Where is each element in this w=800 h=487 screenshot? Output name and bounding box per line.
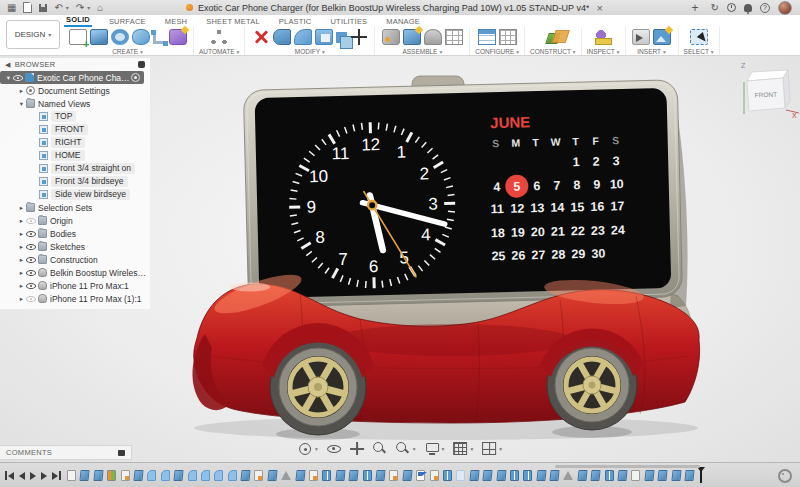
view-cube[interactable]: FRONT Z X: [741, 62, 799, 119]
timeline-feature-sketch-edit[interactable]: [430, 470, 439, 481]
form-icon[interactable]: [132, 29, 150, 45]
redo-caret-icon[interactable]: ▾: [87, 4, 90, 11]
browser-item-front-3-4-straight-on[interactable]: Front 3/4 straight on: [0, 162, 150, 175]
timeline-position-marker[interactable]: [700, 468, 702, 483]
joint-icon[interactable]: [382, 29, 400, 45]
tab-solid[interactable]: SOLID: [64, 14, 92, 27]
viewports-caret-icon[interactable]: ▾: [499, 446, 502, 452]
tab-plastic[interactable]: PLASTIC: [277, 16, 314, 27]
visibility-eye-icon[interactable]: [26, 242, 37, 251]
timeline-feature-sketch-edit[interactable]: [309, 470, 318, 481]
shell-icon[interactable]: [315, 29, 333, 45]
group-label-create[interactable]: CREATE▾: [112, 48, 143, 55]
comments-icon[interactable]: [118, 450, 125, 456]
timeline-feature-sketch-edit[interactable]: [389, 470, 398, 481]
decal-icon[interactable]: [653, 29, 671, 45]
group-label-construct[interactable]: CONSTRUCT▾: [530, 48, 576, 55]
timeline-feature-extrude[interactable]: [577, 470, 587, 481]
browser-item-front-3-4-birdseye[interactable]: Front 3/4 birdseye: [0, 175, 150, 188]
fillet-icon[interactable]: [294, 29, 312, 45]
browser-options-icon[interactable]: [138, 61, 145, 68]
press-pull-icon[interactable]: [273, 29, 291, 45]
fit-caret-icon[interactable]: ▾: [413, 446, 416, 452]
timeline-feature-extrude[interactable]: [267, 470, 277, 481]
job-status-icon[interactable]: [727, 3, 736, 12]
group-label-assemble[interactable]: ASSEMBLE▾: [402, 48, 442, 55]
document-tab[interactable]: Exotic Car Phone Charger (for Belkin Boo…: [103, 2, 687, 14]
timeline-feature-mirror[interactable]: [363, 470, 372, 481]
measure-icon[interactable]: [594, 29, 612, 45]
undo-icon[interactable]: ↶: [54, 3, 62, 13]
timeline-feature-extrude[interactable]: [671, 470, 681, 481]
visibility-eye-icon[interactable]: [26, 255, 37, 264]
collapse-panel-icon[interactable]: ◀: [5, 61, 11, 69]
timeline-feature-fillet[interactable]: [147, 470, 156, 481]
timeline-feature-mirror[interactable]: [510, 470, 519, 481]
timeline-feature-extrude[interactable]: [80, 470, 90, 481]
timeline-feature-extrude[interactable]: [591, 470, 601, 481]
timeline-feature-fillet[interactable]: [161, 470, 170, 481]
viewport-3d[interactable]: 123456789101112 JUNESMTWTFS1234567891011…: [0, 56, 800, 462]
timeline-feature-extrude[interactable]: [617, 470, 627, 481]
timeline-feature-extrude[interactable]: [295, 470, 305, 481]
group-label-automate[interactable]: AUTOMATE▾: [199, 48, 239, 55]
timeline-scrollbar[interactable]: [555, 465, 700, 468]
revolve-icon[interactable]: [111, 29, 129, 45]
group-label-configure[interactable]: CONFIGURE▾: [475, 48, 519, 55]
timeline-feature-form[interactable]: [107, 470, 116, 481]
delete-icon[interactable]: [252, 29, 270, 45]
timeline-feature-extrude[interactable]: [93, 470, 103, 481]
group-label-insert[interactable]: INSERT▾: [637, 48, 665, 55]
timeline-feature-extrude[interactable]: [549, 470, 559, 481]
step-forward-button[interactable]: [41, 472, 47, 480]
browser-item-side-view-birdseye[interactable]: Side view birdseye: [0, 188, 150, 201]
select-icon[interactable]: [690, 29, 708, 45]
browser-item-document-settings[interactable]: ▸Document Settings: [0, 84, 150, 97]
configuration-icon[interactable]: [478, 29, 496, 45]
extrude-icon[interactable]: [90, 29, 108, 45]
notifications-icon[interactable]: [744, 4, 752, 12]
tab-surface[interactable]: SURFACE: [107, 16, 148, 27]
group-label-select[interactable]: SELECT▾: [684, 48, 714, 55]
timeline-feature-fillet[interactable]: [228, 470, 237, 481]
tab-utilities[interactable]: UTILITIES: [329, 16, 370, 27]
skip-end-button[interactable]: [52, 471, 61, 480]
visibility-eye-icon[interactable]: [26, 268, 37, 277]
combine-icon[interactable]: [336, 32, 347, 43]
browser-item-iphone-11-pro-max-1[interactable]: ▸iPhone 11 Pro Max:1: [0, 279, 150, 292]
display-settings-caret-icon[interactable]: ▾: [442, 446, 445, 452]
timeline-feature-extrude[interactable]: [496, 470, 506, 481]
fit-icon[interactable]: [396, 442, 410, 455]
visibility-eye-icon[interactable]: [13, 73, 24, 82]
timeline-feature-ghost[interactable]: [456, 470, 465, 481]
timeline-feature-extrude[interactable]: [483, 470, 493, 481]
grid-snaps-caret-icon[interactable]: ▾: [470, 446, 473, 452]
visibility-eye-icon[interactable]: [26, 294, 37, 303]
redo-icon[interactable]: ↷: [76, 3, 84, 13]
browser-item-belkin-boostup-wireless-chargi[interactable]: ▸Belkin Boostup Wireless Chargi...: [0, 266, 150, 279]
timeline-feature-fillet[interactable]: [214, 470, 223, 481]
timeline-feature-triangle[interactable]: [563, 471, 573, 480]
tab-manage[interactable]: MANAGE: [384, 16, 422, 27]
look-at-icon[interactable]: [327, 442, 341, 455]
timeline-feature-extrude[interactable]: [402, 470, 412, 481]
group-label-inspect[interactable]: INSPECT▾: [587, 48, 620, 55]
timeline-feature-extrude[interactable]: [536, 470, 546, 481]
timeline-feature-mirror[interactable]: [322, 470, 331, 481]
tab-sheet-metal[interactable]: SHEET METAL: [204, 16, 262, 27]
zoom-window-icon[interactable]: [373, 442, 387, 455]
skip-start-button[interactable]: [5, 471, 14, 480]
plane-icon[interactable]: [545, 33, 561, 44]
user-avatar[interactable]: [778, 1, 792, 15]
timeline-feature-extrude[interactable]: [335, 470, 345, 481]
insert-mesh-icon[interactable]: [632, 29, 650, 45]
orbit-icon[interactable]: [298, 442, 312, 455]
pipe-icon[interactable]: [153, 32, 166, 44]
browser-item-selection-sets[interactable]: ▸Selection Sets: [0, 201, 150, 214]
apps-grid-icon[interactable]: ▦: [7, 3, 16, 13]
grid-snaps-icon[interactable]: [453, 442, 467, 455]
primitive-icon[interactable]: [169, 29, 187, 45]
timeline-feature-sketch-edit[interactable]: [121, 470, 130, 481]
move-icon[interactable]: [350, 29, 368, 45]
group-label-modify[interactable]: MODIFY▾: [295, 48, 325, 55]
